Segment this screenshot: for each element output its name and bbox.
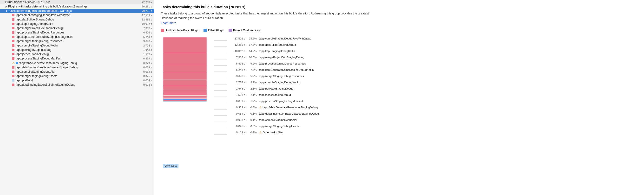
- row-pct: 0.1%: [246, 112, 257, 115]
- task-label: :app:jacocoStagingDebug: [16, 52, 141, 56]
- row-time: 10.012 s: [231, 50, 245, 52]
- chart-data-row: 10.012 s14.2%:app:kaptStagingDebugKotlin: [231, 48, 319, 54]
- task-time: 0.023 s: [143, 83, 152, 86]
- row-time: 0.025 s: [231, 125, 245, 128]
- task-label: Plugins with tasks determining this buil…: [8, 5, 140, 8]
- task-color-dot: [12, 49, 14, 51]
- row-time: 3.678 s: [231, 75, 245, 78]
- task-label: :app:compileStagingDebugJavaWithJavac: [16, 14, 140, 17]
- row-label: :app:processStagingDebugResources: [259, 62, 306, 65]
- chart-data-row: 1.508 s2.1%:app:jacocoStagingDebug: [231, 92, 319, 98]
- row-pct: 2.8%: [246, 87, 257, 90]
- row-pct: 5.2%: [246, 75, 257, 78]
- task-label: :app:mergeStagingDebugResources: [16, 40, 141, 43]
- task-label: :app:dataBindingGenBaseClassesStagingDeb…: [16, 66, 141, 69]
- tree-item-task4[interactable]: :app:mergeProjectDexStagingDebug7.366 s: [0, 26, 154, 30]
- task-time: 1.508 s: [143, 53, 152, 56]
- row-time: 0.329 s: [231, 106, 245, 109]
- chart-data-row: 12.385 s17.6%:app:dexBuilderStagingDebug: [231, 42, 319, 48]
- row-pct: 10.5%: [246, 56, 257, 59]
- task-tree: ▶Plugins with tasks determining this bui…: [0, 4, 154, 87]
- task-color-dot: [12, 27, 14, 29]
- svg-rect-10: [163, 98, 207, 99]
- chart-data-row: 7.366 s10.5%:app:mergeProjectDexStagingD…: [231, 54, 319, 60]
- row-time: 12.385 s: [231, 43, 245, 46]
- tree-item-task12[interactable]: ⚠:app:fabricGenerateResourcesStagingDebu…: [0, 61, 154, 65]
- tree-item-task10[interactable]: :app:jacocoStagingDebug1.508 s: [0, 52, 154, 56]
- row-label: :app:processStagingDebugManifest: [259, 100, 303, 102]
- row-label: :app:mergeProjectDexStagingDebug: [259, 56, 304, 59]
- task-time: 12.385 s: [142, 18, 152, 21]
- task-label: :app:compileStagingDebugKotlin: [16, 44, 141, 47]
- chart-data-row: 5.248 s7.5%:app:kaptGenerateStubsStaging…: [231, 67, 319, 73]
- build-header-row[interactable]: Build: finished at 6/2/20, 10:03 AM 72.7…: [0, 0, 154, 4]
- task-color-dot: [12, 84, 14, 86]
- row-label: :app:mergeStagingDebugResources: [259, 75, 304, 78]
- task-time: 70.281 s: [142, 5, 152, 8]
- task-time: 70.281 s: [142, 10, 152, 12]
- task-time: 0.329 s: [143, 62, 152, 64]
- row-time: 17.509 s: [231, 37, 245, 40]
- task-color-dot: [16, 62, 18, 64]
- tree-item-task5[interactable]: :app:processStagingDebugResources6.476 s: [0, 30, 154, 35]
- tree-item-task16[interactable]: :app:preBuild0.024 s: [0, 78, 154, 82]
- task-color-dot: [12, 79, 14, 82]
- task-color-dot: [12, 40, 14, 42]
- chart-area: Other tasks 17.509 s24.9%:app:compileSta…: [161, 36, 637, 170]
- svg-rect-3: [163, 73, 207, 79]
- tree-item-task7[interactable]: :app:mergeStagingDebugResources3.678 s: [0, 39, 154, 43]
- tree-item-task2[interactable]: :app:dexBuilderStagingDebug12.385 s: [0, 17, 154, 22]
- row-pct: 7.5%: [246, 68, 257, 71]
- task-color-dot: [12, 14, 14, 16]
- right-panel: Tasks determining this build's duration …: [154, 0, 644, 195]
- task-color-dot: [12, 70, 14, 73]
- panel-title: Tasks determining this build's duration …: [161, 5, 637, 9]
- task-label: :app:dexBuilderStagingDebug: [16, 18, 140, 21]
- tree-item-task17[interactable]: :app:dataBindingExportBuildInfoStagingDe…: [0, 82, 154, 87]
- svg-rect-12: [163, 100, 207, 100]
- task-color-dot: [12, 75, 14, 77]
- tree-item-task15[interactable]: :app:mergeStagingDebugAssets0.025 s: [0, 74, 154, 78]
- tree-item-task1[interactable]: :app:compileStagingDebugJavaWithJavac17.…: [0, 13, 154, 17]
- legend-label: Android/Java/Kotlin Plugin: [166, 29, 199, 32]
- row-time: 2.724 s: [231, 81, 245, 84]
- row-label: :app:mergeStagingDebugAssets: [259, 125, 299, 128]
- legend-color-swatch: [228, 29, 232, 32]
- tree-item-plugins-tasks[interactable]: ▶Plugins with tasks determining this bui…: [0, 4, 154, 9]
- svg-rect-13: [163, 100, 207, 101]
- row-label: :app:fabricGenerateResourcesStagingDebug: [263, 106, 318, 109]
- svg-rect-14: [163, 101, 207, 101]
- svg-rect-15: [163, 101, 207, 102]
- row-label: :app:dataBindingGenBaseClassesStagingDeb…: [259, 112, 319, 115]
- chart-data-row: 0.839 s1.2%:app:processStagingDebugManif…: [231, 98, 319, 104]
- tree-item-task9[interactable]: :app:packageStagingDebug1.943 s: [0, 48, 154, 52]
- tree-item-task13[interactable]: :app:dataBindingGenBaseClassesStagingDeb…: [0, 65, 154, 70]
- chart-data-row: 0.025 s0.0%:app:mergeStagingDebugAssets: [231, 123, 319, 129]
- task-color-dot: [12, 44, 14, 47]
- tree-item-task11[interactable]: :app:processStagingDebugManifest0.839 s: [0, 56, 154, 61]
- row-time: 0.132 s: [231, 131, 245, 134]
- tree-item-task8[interactable]: :app:compileStagingDebugKotlin2.724 s: [0, 43, 154, 48]
- svg-rect-7: [163, 93, 207, 95]
- task-label: :app:kaptStagingDebugKotlin: [16, 22, 140, 26]
- tree-item-task6[interactable]: :app:kaptGenerateStubsStagingDebugKotlin…: [0, 35, 154, 39]
- task-label: :app:compileStagingDebugAidl: [16, 70, 141, 74]
- row-time: 7.366 s: [231, 56, 245, 59]
- tree-item-task14[interactable]: :app:compileStagingDebugAidl0.053 s: [0, 70, 154, 74]
- row-pct: 0.1%: [246, 118, 257, 121]
- tree-item-task3[interactable]: :app:kaptStagingDebugKotlin10.012 s: [0, 22, 154, 26]
- svg-rect-5: [163, 85, 207, 90]
- panel-description: These tasks belong to a group of sequent…: [161, 11, 378, 20]
- task-label: Tasks determining this build's duration …: [8, 9, 140, 12]
- row-label: :app:dexBuilderStagingDebug: [259, 43, 296, 46]
- learn-more-link[interactable]: Learn more: [161, 22, 637, 25]
- build-header-label: Build: finished at 6/2/20, 10:03 AM: [5, 0, 140, 4]
- legend-item: Android/Java/Kotlin Plugin: [161, 29, 199, 32]
- task-color-dot: [12, 36, 14, 38]
- task-time: 5.248 s: [143, 36, 152, 38]
- row-pct: 24.9%: [246, 37, 257, 40]
- row-time: 0.839 s: [231, 100, 245, 102]
- row-label: :app:compileStagingDebugJavaWithJavac: [259, 37, 311, 40]
- tree-item-tasks-determining[interactable]: ▼Tasks determining this build's duration…: [0, 9, 154, 13]
- svg-rect-0: [163, 37, 207, 53]
